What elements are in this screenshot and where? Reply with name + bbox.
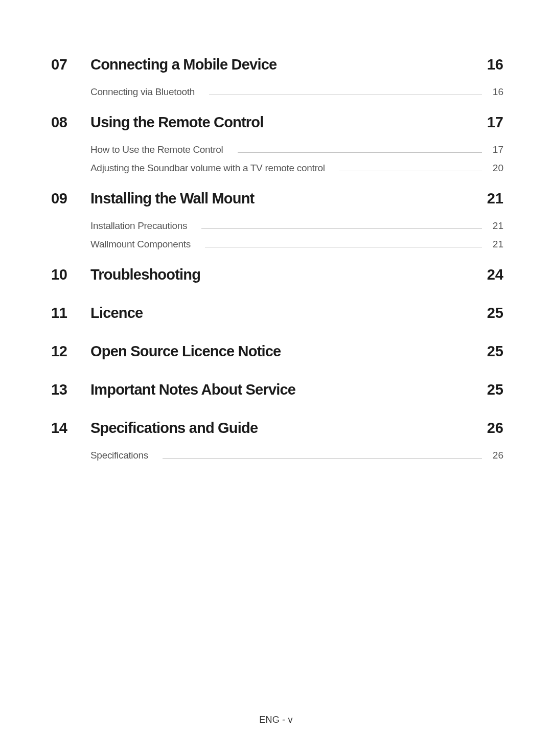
table-of-contents: 07Connecting a Mobile Device16Connecting…: [51, 56, 503, 461]
toc-subsection[interactable]: Adjusting the Soundbar volume with a TV …: [90, 163, 503, 174]
toc-section-number: 10: [51, 266, 90, 283]
toc-subsection-page: 16: [489, 86, 503, 98]
toc-subsection[interactable]: Wallmount Components21: [90, 239, 503, 250]
toc-leader-line: [205, 247, 482, 247]
toc-section-number: 09: [51, 190, 90, 207]
toc-section-page: 25: [483, 381, 503, 398]
toc-subsection-title: Connecting via Bluetooth: [90, 86, 195, 98]
toc-section-title: Important Notes About Service: [90, 381, 483, 398]
page-footer: ENG - v: [0, 715, 552, 725]
toc-subsection-title: Installation Precautions: [90, 220, 187, 232]
toc-section-number: 12: [51, 343, 90, 360]
toc-section: 10Troubleshooting24: [51, 266, 503, 283]
toc-section-number: 07: [51, 56, 90, 73]
toc-section: 09Installing the Wall Mount21Installatio…: [51, 190, 503, 250]
toc-leader-line: [339, 171, 482, 171]
toc-leader-line: [238, 152, 482, 153]
toc-section-number: 14: [51, 420, 90, 437]
toc-leader-line: [209, 95, 482, 95]
page: 07Connecting a Mobile Device16Connecting…: [0, 0, 552, 756]
toc-section-header[interactable]: 12Open Source Licence Notice25: [51, 343, 503, 360]
toc-section: 13Important Notes About Service25: [51, 381, 503, 398]
toc-section-title: Specifications and Guide: [90, 420, 483, 437]
toc-section-number: 13: [51, 381, 90, 398]
toc-subsection-title: Adjusting the Soundbar volume with a TV …: [90, 163, 325, 174]
toc-section-header[interactable]: 10Troubleshooting24: [51, 266, 503, 283]
toc-leader-line: [201, 228, 482, 229]
toc-subsection[interactable]: Connecting via Bluetooth16: [90, 86, 503, 98]
toc-section: 07Connecting a Mobile Device16Connecting…: [51, 56, 503, 98]
toc-section-number: 11: [51, 305, 90, 322]
toc-leader-line: [163, 458, 482, 459]
toc-section-number: 08: [51, 114, 90, 131]
toc-section-title: Installing the Wall Mount: [90, 190, 483, 207]
toc-section-header[interactable]: 09Installing the Wall Mount21: [51, 190, 503, 207]
toc-section-title: Troubleshooting: [90, 266, 483, 283]
toc-section-header[interactable]: 13Important Notes About Service25: [51, 381, 503, 398]
toc-section-page: 25: [483, 343, 503, 360]
toc-section: 12Open Source Licence Notice25: [51, 343, 503, 360]
toc-subsection[interactable]: Specifications26: [90, 450, 503, 461]
toc-section-page: 16: [483, 56, 503, 73]
toc-section-page: 21: [483, 190, 503, 207]
toc-section-page: 24: [483, 266, 503, 283]
toc-subsection-page: 21: [489, 239, 503, 250]
toc-section-title: Using the Remote Control: [90, 114, 483, 131]
toc-section: 11Licence25: [51, 305, 503, 322]
toc-subsection[interactable]: How to Use the Remote Control17: [90, 144, 503, 155]
toc-subsection-page: 26: [489, 450, 503, 461]
toc-section-title: Licence: [90, 305, 483, 322]
toc-section-header[interactable]: 14Specifications and Guide26: [51, 420, 503, 437]
toc-section-header[interactable]: 07Connecting a Mobile Device16: [51, 56, 503, 73]
toc-subsection[interactable]: Installation Precautions21: [90, 220, 503, 232]
toc-section-page: 26: [483, 420, 503, 437]
toc-section: 14Specifications and Guide26Specificatio…: [51, 420, 503, 461]
toc-subsection-title: Wallmount Components: [90, 239, 191, 250]
toc-subsection-title: Specifications: [90, 450, 148, 461]
toc-section-header[interactable]: 08Using the Remote Control17: [51, 114, 503, 131]
toc-section: 08Using the Remote Control17How to Use t…: [51, 114, 503, 174]
toc-section-page: 25: [483, 305, 503, 322]
toc-section-header[interactable]: 11Licence25: [51, 305, 503, 322]
toc-subsection-page: 17: [489, 144, 503, 155]
toc-subsection-page: 20: [489, 163, 503, 174]
toc-section-page: 17: [483, 114, 503, 131]
toc-subsection-title: How to Use the Remote Control: [90, 144, 223, 155]
toc-subsection-page: 21: [489, 220, 503, 232]
toc-section-title: Open Source Licence Notice: [90, 343, 483, 360]
toc-section-title: Connecting a Mobile Device: [90, 56, 483, 73]
